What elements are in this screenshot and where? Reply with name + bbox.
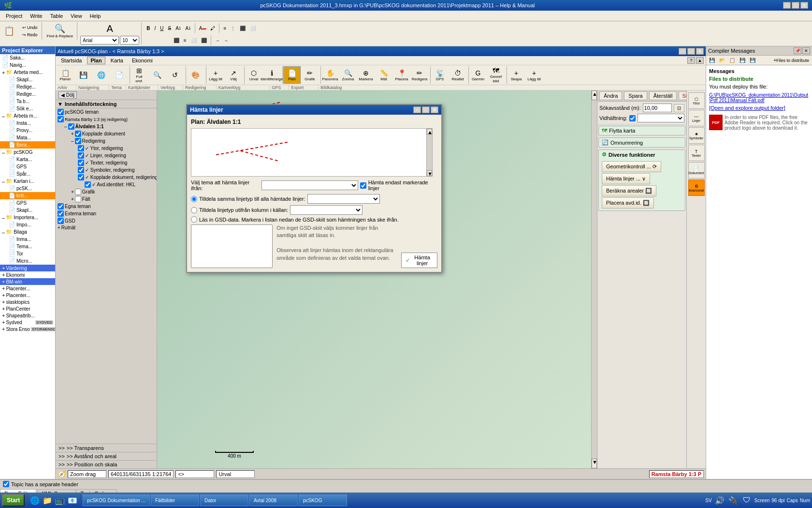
berakna-btn[interactable]: Beräkna arealer 🔲 bbox=[602, 185, 656, 196]
close-btn[interactable]: ✕ bbox=[800, 2, 808, 9]
georef-btn[interactable]: 🗺Georefbild bbox=[487, 66, 505, 84]
symboler-side-btn[interactable]: ★Symboler bbox=[688, 127, 705, 144]
inner-max-btn[interactable]: □ bbox=[687, 48, 695, 55]
tree-item[interactable]: + PlanCenter bbox=[0, 305, 55, 312]
aterstall-btn[interactable]: Återställ bbox=[649, 91, 677, 100]
taskbar-faltbilder[interactable]: Fältbilder bbox=[151, 494, 199, 506]
radio-gsd[interactable] bbox=[191, 216, 197, 223]
tree-item[interactable]: + SydvedSYDVED bbox=[0, 319, 55, 326]
planer-btn[interactable]: 📋Planer bbox=[57, 66, 74, 84]
menu-help[interactable]: Help bbox=[86, 12, 105, 20]
dialog-max-btn[interactable]: □ bbox=[422, 106, 430, 113]
tree-item[interactable]: + BM-win bbox=[0, 278, 55, 285]
tree-item[interactable]: 📄 Bera... bbox=[0, 141, 55, 149]
explore-folder-link[interactable]: [Open and explore output folder] bbox=[709, 105, 785, 111]
undo-btn[interactable]: ↩ Undo bbox=[20, 24, 40, 31]
tree-item[interactable]: 📄 Tema... bbox=[0, 243, 55, 250]
plan-btn[interactable]: 📄Plan bbox=[283, 66, 301, 84]
tree-item[interactable]: 📄 Karta... bbox=[0, 156, 55, 163]
inner-up-btn[interactable]: ▲ bbox=[696, 57, 704, 64]
taskbar-pcskog-doc[interactable]: pcSKOG Dokumentation ... bbox=[83, 494, 150, 506]
dialog-min-btn[interactable]: – bbox=[413, 106, 421, 113]
inner-min-btn[interactable]: – bbox=[679, 48, 686, 55]
markera-btn[interactable]: ⊕Markera bbox=[357, 66, 375, 84]
geometri-btn[interactable]: Geometrikontroll ... ⟳ bbox=[602, 161, 661, 172]
tree-item[interactable]: 📄 knb... bbox=[0, 192, 55, 199]
compiler-pin-btn[interactable]: 📌 bbox=[794, 47, 801, 54]
taskbar-pcskog[interactable]: pcSKOG bbox=[299, 494, 347, 506]
tree-item[interactable]: + Placenter... bbox=[0, 285, 55, 292]
highlight-btn[interactable]: 🖍 bbox=[208, 22, 217, 34]
spara-btn[interactable]: Spara bbox=[624, 91, 647, 100]
taskbar-avtal[interactable]: Avtal 2008 bbox=[249, 494, 298, 506]
tree-item[interactable]: + Shapeattrib... bbox=[0, 312, 55, 319]
tree-item[interactable]: 📄 Redige... bbox=[0, 90, 55, 98]
comp-open-btn[interactable]: 📂 bbox=[717, 57, 727, 64]
start-btn[interactable]: Start bbox=[2, 494, 25, 507]
menu-table[interactable]: Table bbox=[46, 12, 67, 20]
taskbar-dator[interactable]: Dator bbox=[200, 494, 248, 506]
lagg-till-btn[interactable]: +Lägg till bbox=[525, 66, 543, 84]
globe-btn[interactable]: 🌐 bbox=[92, 66, 110, 84]
align-btn[interactable]: ⬛ bbox=[238, 22, 247, 34]
list-btn[interactable]: ≡ bbox=[221, 22, 228, 34]
menu-view[interactable]: View bbox=[67, 12, 86, 20]
align-left-btn[interactable]: ⬛ bbox=[172, 34, 181, 46]
tree-item[interactable]: 📄 GPS bbox=[0, 199, 55, 207]
tree-item-tor[interactable]: 📄 Tor bbox=[0, 250, 55, 257]
inner-menu-startsida[interactable]: Startsida bbox=[58, 57, 85, 64]
canvas-scroll-thumb[interactable]: ▲ bbox=[427, 129, 432, 134]
gps-btn[interactable]: 📡GPS bbox=[431, 66, 449, 84]
placera-avd-btn[interactable]: Placera avd.id. 🔲 bbox=[602, 197, 654, 209]
tray-icon2[interactable]: 🔌 bbox=[727, 494, 739, 506]
identify-btn[interactable]: ℹIdentifiera/ge bbox=[263, 66, 280, 84]
tree-map-gsd[interactable]: GSD bbox=[56, 217, 157, 224]
tree-item[interactable]: 📄 Insta... bbox=[0, 120, 55, 127]
topic-header-check[interactable] bbox=[3, 481, 9, 487]
tree-item[interactable]: –📁 Bilaga bbox=[0, 228, 55, 236]
tree-item[interactable]: 📄 Sök e... bbox=[0, 105, 55, 112]
tree-item[interactable]: 📄 Saka... bbox=[0, 54, 55, 61]
tray-icon3[interactable]: 🛡 bbox=[741, 494, 753, 506]
indent-btn[interactable]: → bbox=[213, 34, 222, 46]
compiler-close-btn[interactable]: ✕ bbox=[802, 47, 810, 54]
sokavstand-input[interactable] bbox=[643, 104, 672, 112]
style-btn[interactable]: A bbox=[105, 22, 115, 35]
maximize-btn[interactable]: □ bbox=[792, 2, 799, 9]
inner-menu-ekonomi[interactable]: Ekonomi bbox=[129, 57, 156, 64]
tree-map-avd[interactable]: ✓ Avd.identitet: HKL bbox=[56, 181, 157, 188]
tree-map-redigering[interactable]: – Redigering bbox=[56, 137, 157, 145]
canvas-scroll[interactable]: ▲ ▼ bbox=[426, 129, 432, 176]
tree-map-falt[interactable]: + Fält bbox=[56, 195, 157, 203]
theme-btn[interactable]: 🎨 bbox=[187, 66, 204, 84]
garmin-btn[interactable]: GGarmin bbox=[469, 66, 487, 84]
tree-item[interactable]: + Placenter... bbox=[0, 292, 55, 299]
radio-same-type[interactable] bbox=[191, 196, 197, 202]
tree-map-externa[interactable]: Externa teman bbox=[56, 210, 157, 217]
font-select[interactable]: Arial bbox=[80, 36, 119, 45]
hamta-btn[interactable]: ✓ Hämta linjer bbox=[401, 253, 437, 268]
folder-icon[interactable]: 📁 bbox=[42, 494, 53, 506]
align-center-btn[interactable]: ≡ bbox=[182, 34, 188, 46]
flytta-header[interactable]: 🗺 Flytta karta bbox=[599, 126, 685, 135]
only-marked-check[interactable] bbox=[360, 182, 366, 189]
col-type-select[interactable] bbox=[290, 205, 362, 215]
vidhaft-check[interactable] bbox=[629, 115, 636, 121]
tree-map-koppl2[interactable]: ✓ Kopplade dokument, redigering bbox=[56, 174, 157, 181]
avancerat-side-btn[interactable]: ⚙Avancerat bbox=[688, 179, 705, 196]
comp-save-btn[interactable]: 💾 bbox=[707, 57, 717, 64]
position-header[interactable]: >> >> Position och skala bbox=[56, 461, 157, 468]
inner-menu-plan[interactable]: Plan bbox=[87, 57, 105, 64]
texter-side-btn[interactable]: TTexter bbox=[688, 145, 705, 161]
placera-btn[interactable]: 📍Placera bbox=[393, 66, 410, 84]
dokument-side-btn[interactable]: 📄Dokument bbox=[688, 162, 705, 179]
italic-btn[interactable]: I bbox=[152, 22, 158, 34]
dolj-btn[interactable]: ◀ Dölj bbox=[58, 91, 77, 99]
realtid-btn[interactable]: ⏱Realtid bbox=[449, 66, 466, 84]
inner-close-btn[interactable]: ✕ bbox=[696, 48, 704, 55]
size-select[interactable]: 10 bbox=[120, 36, 139, 45]
panorera-btn[interactable]: ✋Panorera bbox=[321, 66, 339, 84]
tree-item[interactable]: 📄 Ta b... bbox=[0, 98, 55, 105]
tray-icon1[interactable]: 🔊 bbox=[714, 494, 725, 506]
scrollbar-thumb-down[interactable]: ▼ bbox=[592, 459, 597, 468]
